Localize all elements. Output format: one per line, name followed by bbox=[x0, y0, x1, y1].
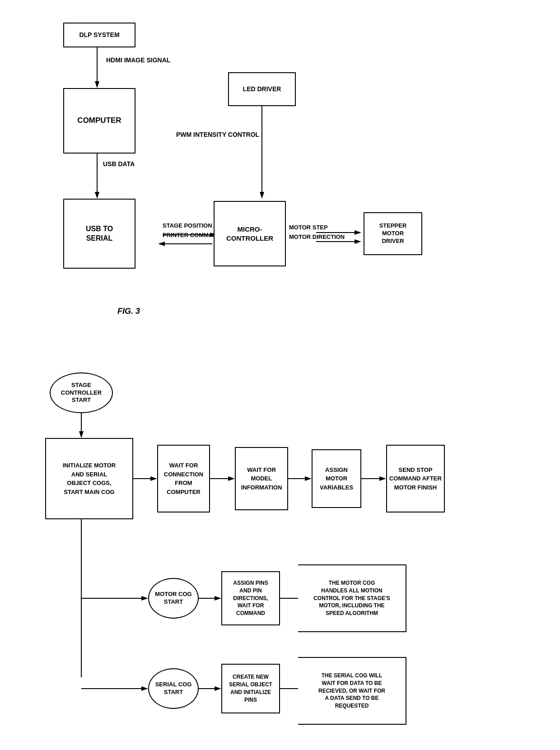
motor-direction-label: MOTOR DIRECTION bbox=[289, 233, 345, 240]
usb-to-serial-box: USB TO SERIAL bbox=[63, 199, 135, 269]
led-driver-box: LED DRIVER bbox=[228, 72, 296, 106]
page: DLP SYSTEM HDMI IMAGE SIGNAL COMPUTER LE… bbox=[0, 0, 560, 750]
stepper-motor-driver-box: STEPPER MOTOR DRIVER bbox=[364, 212, 422, 255]
svg-marker-15 bbox=[79, 431, 84, 438]
hdmi-label: HDMI IMAGE SIGNAL bbox=[106, 56, 170, 64]
fig3-diagram: DLP SYSTEM HDMI IMAGE SIGNAL COMPUTER LE… bbox=[27, 14, 533, 321]
fig4-arrows bbox=[27, 348, 533, 750]
usb-data-label: USB DATA bbox=[103, 160, 135, 168]
svg-marker-34 bbox=[215, 686, 221, 691]
fig3-caption: FIG. 3 bbox=[117, 307, 140, 316]
send-stop-box: SEND STOP COMMAND AFTER MOTOR FINISH bbox=[386, 445, 445, 512]
wait-for-model-box: WAIT FOR MODEL INFORMATION bbox=[235, 447, 288, 510]
svg-marker-9 bbox=[158, 242, 165, 246]
create-serial-box: CREATE NEW SERIAL OBJECT AND INITIALIZE … bbox=[221, 664, 280, 713]
micro-controller-box: MICRO- CONTROLLER bbox=[214, 201, 286, 266]
serial-cog-start-oval: SERIAL COG START bbox=[148, 668, 199, 709]
stage-position-label: STAGE POSITION bbox=[163, 222, 212, 229]
svg-marker-26 bbox=[141, 596, 148, 601]
svg-marker-29 bbox=[141, 686, 148, 691]
motor-step-label: MOTOR STEP bbox=[289, 224, 328, 231]
motor-cog-note: THE MOTOR COG HANDLES ALL MOTION CONTROL… bbox=[298, 564, 406, 632]
svg-marker-1 bbox=[95, 81, 99, 88]
pwm-label: PWM INTENSITY CONTROL bbox=[176, 131, 259, 138]
serial-cog-note: THE SERIAL COG WILL WAIT FOR DATA TO BE … bbox=[298, 657, 406, 725]
svg-marker-21 bbox=[305, 476, 312, 481]
svg-marker-3 bbox=[95, 192, 99, 199]
svg-marker-17 bbox=[150, 476, 157, 481]
initialize-motor-box: INITIALIZE MOTOR AND SERIAL OBJECT COGS,… bbox=[45, 438, 133, 519]
motor-cog-start-oval: MOTOR COG START bbox=[148, 578, 199, 619]
svg-marker-11 bbox=[355, 230, 361, 235]
computer-box: COMPUTER bbox=[63, 88, 135, 154]
fig4-diagram: STAGE CONTROLLER START INITIALIZE MOTOR … bbox=[27, 348, 533, 750]
wait-for-connection-box: WAIT FOR CONNECTION FROM COMPUTER bbox=[157, 445, 210, 512]
svg-marker-23 bbox=[379, 476, 386, 481]
assign-motor-vars-box: ASSIGN MOTOR VARIABLES bbox=[312, 449, 361, 508]
stage-controller-start-oval: STAGE CONTROLLER START bbox=[50, 373, 113, 413]
svg-marker-19 bbox=[228, 476, 235, 481]
svg-marker-13 bbox=[355, 239, 361, 244]
dlp-system-box: DLP SYSTEM bbox=[63, 23, 135, 47]
svg-marker-31 bbox=[215, 596, 221, 601]
svg-marker-5 bbox=[260, 192, 264, 199]
assign-pins-box: ASSIGN PINS AND PIN DIRECTIONS, WAIT FOR… bbox=[221, 571, 280, 625]
